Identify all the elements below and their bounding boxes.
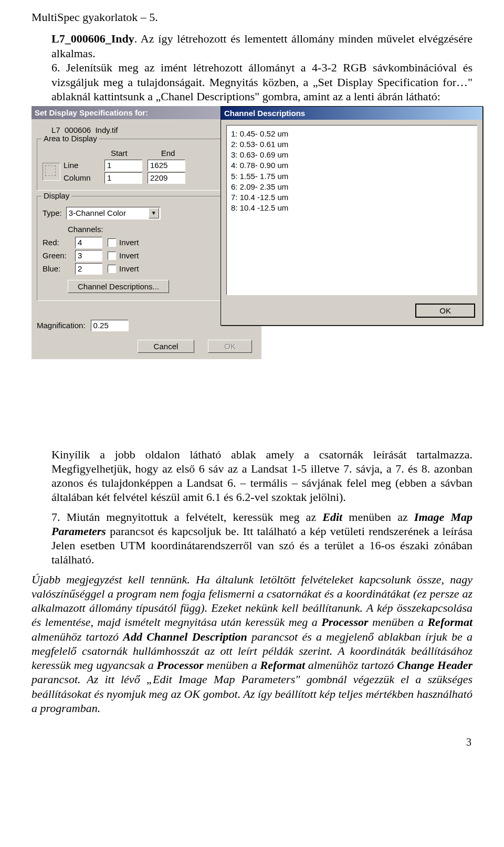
channel-descriptions-dialog: Channel Descriptions 1: 0.45- 0.52 um 2:… [220, 106, 483, 326]
blue-invert-label: Invert [119, 264, 139, 273]
channel-row: 6: 2.09- 2.35 um [231, 182, 472, 192]
end-label: End [161, 149, 175, 158]
type-combobox[interactable]: 3-Channel Color ▼ [66, 207, 161, 219]
channel-list: 1: 0.45- 0.52 um 2: 0.53- 0.61 um 3: 0.6… [226, 125, 477, 295]
column-label: Column [64, 173, 104, 182]
channel-row: 2: 0.53- 0.61 um [231, 139, 472, 150]
red-label: Red: [43, 238, 75, 247]
channel-row: 3: 0.63- 0.69 um [231, 150, 472, 160]
channel-row: 5: 1.55- 1.75 um [231, 171, 472, 182]
body-paragraph-1: Kinyílik a jobb oldalon látható ablak am… [51, 447, 472, 505]
blue-invert-checkbox[interactable] [108, 265, 116, 273]
area-group-title: Area to Display [41, 134, 99, 143]
channel-row: 1: 0.45- 0.52 um [231, 129, 472, 139]
line-label: Line [64, 161, 104, 170]
green-input[interactable] [75, 250, 102, 262]
type-value: 3-Channel Color [69, 208, 126, 217]
red-invert-label: Invert [119, 238, 139, 247]
red-input[interactable] [75, 237, 102, 248]
channel-descriptions-button[interactable]: Channel Descriptions... [68, 280, 169, 293]
green-invert-checkbox[interactable] [108, 252, 116, 260]
display-group-title: Display [41, 191, 71, 200]
col-start-input[interactable] [104, 172, 142, 184]
chevron-down-icon[interactable]: ▼ [149, 208, 159, 218]
page-header: MultiSpec gyakorlatok – 5. [32, 11, 472, 24]
green-invert-label: Invert [119, 251, 139, 260]
red-invert-checkbox[interactable] [108, 238, 116, 247]
col-end-input[interactable] [148, 172, 185, 184]
channel-descriptions-titlebar: Channel Descriptions [221, 107, 482, 120]
channel-row: 8: 10.4 -12.5 um [231, 203, 472, 213]
magnification-input[interactable] [91, 320, 129, 331]
type-label: Type: [43, 208, 62, 217]
blue-input[interactable] [75, 263, 102, 275]
dialog-screenshot: Set Display Specifications for: L7_00060… [32, 106, 472, 442]
page-number: 3 [32, 736, 471, 748]
body-paragraph-3: Újabb megjegyzést kell tennünk. Ha által… [32, 572, 472, 716]
line-end-input[interactable] [148, 160, 185, 171]
cd-ok-button[interactable]: OK [415, 304, 475, 318]
intro-filename: L7_000606_Indy [51, 32, 134, 45]
start-label: Start [111, 149, 128, 158]
channel-row: 4: 0.78- 0.90 um [231, 160, 472, 171]
intro-text: L7_000606_Indy. Az így létrehozott és le… [51, 32, 472, 104]
line-start-input[interactable] [104, 160, 142, 171]
cancel-button[interactable]: Cancel [138, 340, 195, 353]
intro-step6: 6. Jelenítsük meg az imént létrehozott á… [51, 61, 472, 103]
channel-row: 7: 10.4 -12.5 um [231, 192, 472, 203]
ok-button-disabled: OK [208, 340, 252, 353]
body-paragraph-2: 7. Miután megnyitottuk a felvételt, kere… [51, 510, 472, 567]
magnification-label: Magnification: [37, 321, 86, 330]
blue-label: Blue: [43, 264, 75, 273]
area-select-icon[interactable] [43, 163, 60, 181]
green-label: Green: [43, 251, 75, 260]
